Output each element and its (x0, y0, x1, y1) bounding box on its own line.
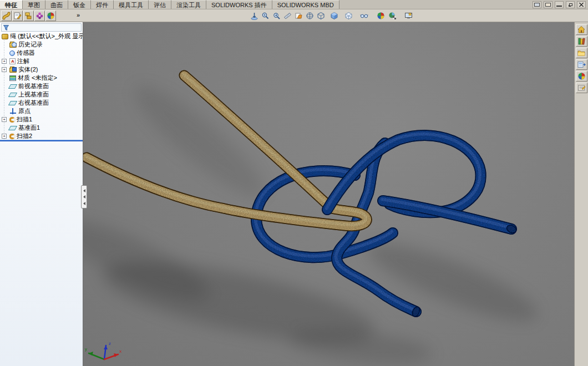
tree-item-origin[interactable]: 原点 (0, 107, 83, 115)
solidworks-resources-tab[interactable] (576, 24, 587, 35)
wireframe-cube-button[interactable] (344, 11, 353, 21)
tree-item-sensors[interactable]: 传感器 (0, 49, 83, 57)
tree-item-annotations[interactable]: + 注解 (0, 57, 83, 65)
display-style-icon (317, 12, 325, 20)
plane-icon (8, 101, 17, 105)
tree-item-solid-bodies[interactable]: + 实体(2) (0, 65, 83, 74)
wireframe-cube-icon (344, 12, 353, 20)
minimize-icon (556, 6, 562, 7)
solidworks-window: { "glyphs": { "plus": "+", "overflow": "… (0, 0, 588, 366)
section-view-button[interactable] (283, 11, 292, 21)
pane-icon (534, 3, 540, 7)
minimize-button[interactable] (555, 1, 564, 8)
tab-evaluate[interactable]: 评估 (149, 0, 171, 9)
pane-icon-b-button[interactable] (544, 1, 552, 8)
custom-properties-icon (577, 84, 586, 92)
tab-sheet-metal[interactable]: 钣金 (68, 0, 91, 9)
custom-properties-tab[interactable] (576, 83, 587, 93)
previous-view-button[interactable] (272, 11, 281, 21)
tree-item-material[interactable]: 材质 <未指定> (0, 74, 83, 82)
origin-icon (9, 108, 17, 115)
close-button[interactable] (577, 1, 586, 8)
displaymanager-tab[interactable] (45, 11, 56, 21)
origin-triad: z y x (85, 341, 121, 359)
triad-x-label: x (119, 349, 121, 354)
zoom-to-fit-button[interactable] (250, 11, 259, 21)
annotation-views-button[interactable] (294, 11, 303, 21)
triad-y-label: y (85, 347, 87, 352)
tree-item-history[interactable]: 历史记录 (0, 40, 83, 49)
tree-item-right-plane[interactable]: 右视基准面 (0, 99, 83, 107)
tab-render-tools[interactable]: 渲染工具 (171, 0, 206, 9)
task-pane-strip (574, 22, 588, 366)
shaded-cube-icon (330, 12, 338, 20)
annotation-views-icon (295, 12, 303, 20)
toolbar-overflow-chevron[interactable]: » (74, 12, 82, 19)
tree-item-front-plane[interactable]: 前视基准面 (0, 82, 83, 90)
configurationmanager-icon (24, 12, 33, 20)
appearances-scenes-icon (577, 72, 586, 80)
view-settings-button[interactable] (404, 11, 413, 21)
tree-filter-bar[interactable] (1, 23, 82, 32)
tab-solidworks-mbd[interactable]: SOLIDWORKS MBD (272, 0, 339, 9)
hide-show-items-button[interactable] (359, 11, 369, 21)
view-palette-tab[interactable] (576, 59, 587, 70)
tree-item-label: 上视基准面 (18, 90, 49, 99)
tree-root-part[interactable]: 绳 (默认<<默认>_外观 显示状态 (0, 32, 83, 40)
tree-item-label: 实体(2) (18, 65, 38, 74)
tree-item-label: 右视基准面 (18, 99, 49, 107)
apply-scene-button[interactable] (388, 11, 397, 21)
pane-icon-a-button[interactable] (533, 1, 541, 8)
tree-item-sweep2[interactable]: + 扫描2 (0, 132, 83, 140)
dimxpertmanager-icon (36, 12, 44, 20)
tab-surfaces[interactable]: 曲面 (45, 0, 68, 9)
pane-icon (545, 3, 551, 7)
section-view-icon (283, 12, 292, 20)
display-style-button[interactable] (316, 11, 326, 21)
collapse-arrow-icon (83, 195, 85, 199)
panel-splitter-handle[interactable] (81, 185, 87, 209)
material-icon (9, 75, 16, 81)
part-icon (2, 34, 8, 39)
expand-icon[interactable]: + (2, 67, 7, 72)
window-controls (533, 1, 586, 8)
model-3d-view[interactable]: z y x (83, 22, 574, 366)
tree-item-plane1[interactable]: 基准面1 (0, 124, 83, 132)
featuremanager-panel: 绳 (默认<<默认>_外观 显示状态 历史记录 传感器 + 注解 + 实体(2) (0, 22, 83, 366)
tab-solidworks-addins[interactable]: SOLIDWORKS 插件 (206, 0, 272, 9)
tab-features[interactable]: 特征 (0, 0, 23, 9)
featuremanager-tree-tab[interactable] (1, 11, 12, 21)
tab-sketch[interactable]: 草图 (23, 0, 45, 9)
apply-scene-icon (388, 12, 397, 20)
graphics-area[interactable]: z y x (83, 22, 574, 366)
design-library-tab[interactable] (576, 36, 587, 47)
dimxpertmanager-tab[interactable] (34, 11, 45, 21)
displaymanager-icon (47, 12, 55, 20)
filter-funnel-icon (3, 24, 9, 31)
edit-appearance-button[interactable] (376, 11, 386, 21)
edit-appearance-icon (377, 12, 385, 20)
design-library-icon (577, 37, 586, 45)
tree-item-label: 材质 <未指定> (18, 74, 57, 82)
tree-item-label: 注解 (17, 57, 29, 65)
sweep-feature-icon (9, 134, 15, 139)
tab-mold-tools[interactable]: 模具工具 (114, 0, 149, 9)
expand-icon[interactable]: + (2, 134, 7, 139)
file-explorer-tab[interactable] (576, 48, 587, 58)
hide-show-items-icon (360, 12, 368, 20)
rollback-bar[interactable] (0, 140, 83, 141)
restore-button[interactable] (566, 1, 575, 8)
expand-icon[interactable]: + (2, 59, 7, 64)
tree-item-top-plane[interactable]: 上视基准面 (0, 90, 83, 99)
appearances-scenes-tab[interactable] (576, 71, 587, 82)
configurationmanager-tab[interactable] (23, 11, 34, 21)
propertymanager-tab[interactable] (12, 11, 23, 21)
shaded-cube-button[interactable] (330, 11, 339, 21)
zoom-to-area-button[interactable] (261, 11, 270, 21)
tree-item-sweep1[interactable]: + 扫描1 (0, 115, 83, 124)
tab-weldments[interactable]: 焊件 (91, 0, 114, 9)
view-orientation-button[interactable] (305, 11, 315, 21)
tree-item-label: 前视基准面 (18, 82, 49, 90)
view-palette-icon (577, 60, 586, 69)
expand-icon[interactable]: + (2, 117, 7, 122)
